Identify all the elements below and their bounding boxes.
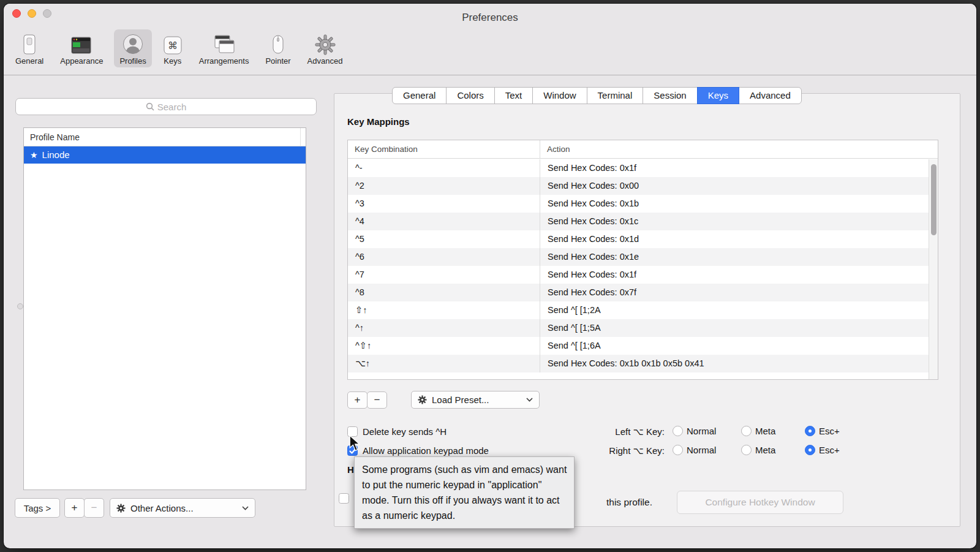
delete-key-label[interactable]: Delete key sends ^H: [363, 426, 447, 437]
tags-button[interactable]: Tags >: [15, 498, 60, 518]
key-cell: ⇧↑: [348, 301, 540, 319]
load-preset-menu[interactable]: Load Preset...: [411, 391, 540, 409]
key-cell: ^7: [348, 266, 540, 284]
tab-advanced[interactable]: Advanced: [739, 87, 802, 104]
table-row[interactable]: ^⇧↑Send ^[ [1;6A: [348, 337, 929, 355]
key-mappings-heading: Key Mappings: [347, 116, 410, 127]
key-cell: ^4: [348, 213, 540, 230]
tab-session[interactable]: Session: [643, 87, 697, 104]
toolbar-item-label: Pointer: [265, 56, 290, 66]
right-option-key-label: Right ⌥ Key:: [585, 445, 665, 456]
toolbar-item-advanced[interactable]: Advanced: [302, 29, 349, 67]
radio-label[interactable]: Esc+: [819, 445, 840, 455]
profile-list-footer: Tags > + − Other Actions...: [15, 498, 255, 518]
action-cell: Send Hex Codes: 0x1d: [540, 230, 929, 248]
mouse-cursor: [349, 435, 360, 452]
radio-label[interactable]: Meta: [755, 445, 775, 455]
tooltip-line: mode. Turn this off if you always want i…: [362, 493, 567, 508]
delete-key-sends-option[interactable]: Delete key sends ^H: [347, 426, 447, 437]
tab-colors[interactable]: Colors: [446, 87, 494, 104]
table-scrollbar[interactable]: [929, 159, 938, 379]
action-column-header[interactable]: Action: [540, 140, 938, 158]
toolbar-item-label: Arrangements: [199, 56, 249, 66]
table-row[interactable]: ^4Send Hex Codes: 0x1c: [348, 213, 929, 230]
profile-list-header[interactable]: Profile Name: [24, 128, 306, 146]
radio-label[interactable]: Normal: [687, 445, 716, 455]
profile-tabs: General Colors Text Window Terminal Sess…: [392, 87, 802, 104]
tab-window[interactable]: Window: [532, 87, 587, 104]
toolbar-item-label: Advanced: [307, 56, 343, 66]
radio-label[interactable]: Meta: [755, 426, 775, 436]
radio-button[interactable]: [673, 445, 683, 455]
toolbar-item-general[interactable]: General: [10, 29, 49, 67]
right-option-esc[interactable]: Esc+: [805, 445, 840, 455]
add-mapping-button[interactable]: +: [347, 391, 368, 409]
profile-row-linode[interactable]: ★Linode: [24, 146, 306, 164]
tooltip-line: Some programs (such as vim and emacs) wa…: [362, 462, 567, 477]
left-option-esc[interactable]: Esc+: [805, 426, 840, 436]
remove-mapping-button[interactable]: −: [367, 391, 387, 409]
radio-button[interactable]: [741, 426, 752, 436]
hotkey-section-heading-partial: H: [347, 464, 354, 475]
right-option-normal[interactable]: Normal: [673, 445, 716, 455]
toolbar-item-label: General: [15, 56, 43, 66]
radio-label[interactable]: Esc+: [819, 426, 840, 436]
key-cell: ^2: [348, 177, 540, 195]
other-actions-menu[interactable]: Other Actions...: [110, 498, 255, 518]
key-cell: ^↑: [348, 319, 540, 337]
window-title: Preferences: [4, 12, 976, 24]
search-field[interactable]: Search: [15, 98, 317, 115]
tab-general[interactable]: General: [392, 87, 447, 104]
keypad-mode-label[interactable]: Allow application keypad mode: [363, 445, 489, 456]
table-row[interactable]: ^6Send Hex Codes: 0x1e: [348, 248, 929, 266]
add-profile-button[interactable]: +: [64, 498, 85, 518]
key-combination-column-header[interactable]: Key Combination: [348, 140, 540, 158]
load-preset-label: Load Preset...: [432, 395, 489, 405]
table-row[interactable]: ^-Send Hex Codes: 0x1f: [348, 159, 929, 177]
scrollbar-thumb[interactable]: [931, 164, 937, 235]
key-cell: ^5: [348, 230, 540, 248]
profile-name: Linode: [42, 149, 70, 160]
keypad-mode-option[interactable]: Allow application keypad mode: [347, 445, 489, 456]
right-option-meta[interactable]: Meta: [741, 445, 775, 455]
table-row[interactable]: ^3Send Hex Codes: 0x1b: [348, 195, 929, 213]
table-row[interactable]: ^7Send Hex Codes: 0x1f: [348, 266, 929, 284]
radio-button[interactable]: [673, 426, 683, 436]
left-option-meta[interactable]: Meta: [741, 426, 775, 436]
radio-label[interactable]: Normal: [687, 426, 716, 436]
toolbar-item-arrangements[interactable]: Arrangements: [194, 29, 255, 67]
table-row[interactable]: ⌥↑Send Hex Codes: 0x1b 0x1b 0x5b 0x41: [348, 355, 929, 372]
tab-terminal[interactable]: Terminal: [587, 87, 644, 104]
key-cell: ^-: [348, 159, 540, 177]
toolbar-item-appearance[interactable]: Appearance: [55, 29, 108, 67]
action-cell: Send Hex Codes: 0x1b 0x1b 0x5b 0x41: [540, 355, 929, 372]
remove-profile-button[interactable]: −: [84, 498, 104, 518]
table-row[interactable]: ⇧↑Send ^[ [1;2A: [348, 301, 929, 319]
splitter-handle[interactable]: [17, 303, 23, 309]
table-row[interactable]: ^↑Send ^[ [1;5A: [348, 319, 929, 337]
toolbar-item-label: Keys: [164, 56, 181, 66]
toolbar-item-profiles[interactable]: Profiles: [114, 29, 151, 67]
left-option-normal[interactable]: Normal: [673, 426, 716, 436]
radio-button-selected[interactable]: [805, 426, 815, 436]
table-row[interactable]: ^2Send Hex Codes: 0x00: [348, 177, 929, 195]
table-row[interactable]: ^8Send Hex Codes: 0x7f: [348, 284, 929, 301]
table-body: ^-Send Hex Codes: 0x1f ^2Send Hex Codes:…: [348, 159, 929, 372]
configure-hotkey-window-button[interactable]: Configure Hotkey Window: [677, 491, 843, 514]
table-row[interactable]: ^5Send Hex Codes: 0x1d: [348, 230, 929, 248]
action-cell: Send Hex Codes: 0x00: [540, 177, 929, 195]
radio-button-selected[interactable]: [805, 445, 815, 455]
tab-keys[interactable]: Keys: [697, 87, 739, 104]
hotkey-checkbox-partial[interactable]: [339, 493, 349, 504]
tooltip-line: to put the numeric keypad in "applicatio…: [362, 477, 567, 493]
keys-icon: ⌘: [163, 32, 183, 55]
profiles-icon: [122, 32, 144, 55]
action-cell: Send Hex Codes: 0x1f: [540, 266, 929, 284]
svg-text:⌘: ⌘: [168, 40, 178, 51]
toolbar-item-keys[interactable]: ⌘ Keys: [157, 29, 188, 67]
toolbar-item-pointer[interactable]: Pointer: [260, 29, 296, 67]
chevron-down-icon: [242, 506, 249, 510]
appearance-icon: [70, 32, 92, 55]
radio-button[interactable]: [741, 445, 752, 455]
tab-text[interactable]: Text: [494, 87, 533, 104]
